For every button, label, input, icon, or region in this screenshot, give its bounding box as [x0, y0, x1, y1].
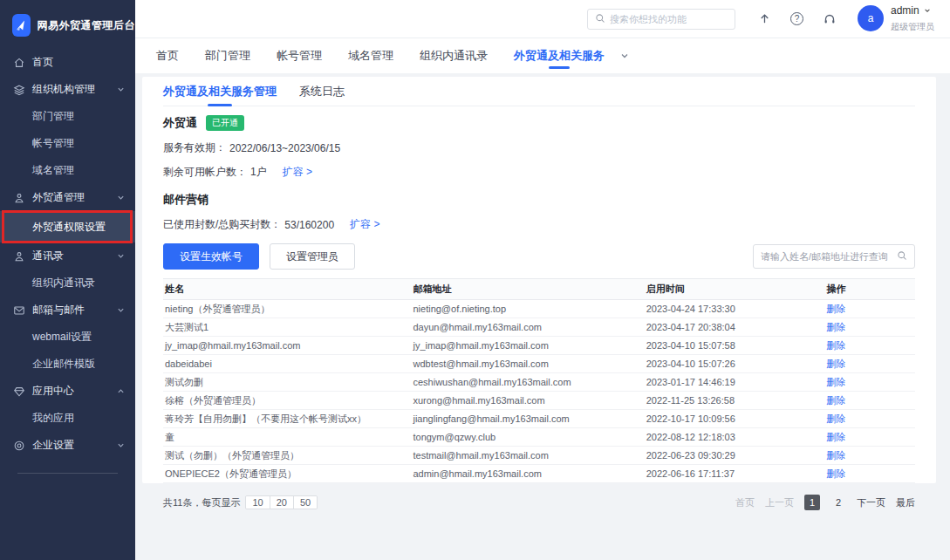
table-search-input[interactable]	[761, 251, 892, 262]
sidebar-item-my-apps[interactable]: 我的应用	[0, 405, 135, 432]
tab-org-contacts[interactable]: 组织内通讯录	[420, 38, 488, 73]
page-size-20[interactable]: 20	[270, 496, 294, 509]
sidebar-item-waimaotong-permission[interactable]: 外贸通权限设置	[0, 211, 135, 242]
cell-email: tongym@qzwy.club	[411, 428, 644, 447]
sidebar-item-label: 邮箱与邮件	[32, 303, 85, 318]
cell-email: xurong@hmail.my163mail.com	[411, 392, 644, 410]
upgrade-arrow-icon[interactable]	[758, 12, 771, 25]
expand-quota-link[interactable]: 扩容 >	[350, 217, 379, 232]
delete-link[interactable]: 删除	[827, 377, 846, 387]
cell-email: dayun@hmail.my163mail.com	[411, 318, 644, 337]
home-icon	[12, 56, 25, 69]
tabs-more-chevron-icon[interactable]	[620, 51, 629, 60]
cell-email: wdbtest@hmail.my163mail.com	[411, 355, 644, 373]
delete-link[interactable]: 删除	[827, 413, 846, 424]
sidebar-item-label: 应用中心	[32, 384, 74, 399]
gem-icon	[12, 385, 25, 398]
delete-link[interactable]: 删除	[827, 395, 846, 406]
prev-page-button[interactable]: 上一页	[765, 496, 794, 509]
sidebar-item-label: 企业邮件模版	[32, 357, 95, 372]
sidebar-item-department[interactable]: 部门管理	[0, 103, 135, 130]
delete-link[interactable]: 删除	[827, 468, 846, 479]
table-row: dabeidabei wdbtest@hmail.my163mail.com 2…	[163, 355, 915, 373]
tab-account[interactable]: 帐号管理	[277, 38, 322, 73]
page-2-button[interactable]: 2	[830, 497, 846, 508]
sidebar-item-app-center[interactable]: 应用中心	[0, 378, 135, 405]
page-1-button[interactable]: 1	[804, 495, 820, 510]
sidebar-item-org-management[interactable]: 组织机构管理	[0, 76, 135, 103]
headset-icon[interactable]	[823, 12, 837, 26]
sidebar-item-label: webmail设置	[32, 330, 92, 345]
sidebar-item-contacts[interactable]: 通讯录	[0, 242, 135, 270]
page-size-10[interactable]: 10	[246, 496, 270, 509]
pagination-summary: 共11条，每页显示	[163, 496, 240, 509]
col-header-op: 操作	[825, 279, 915, 300]
col-header-time: 启用时间	[645, 279, 825, 300]
col-header-email: 邮箱地址	[411, 279, 644, 300]
table-row: ONEPIECE2（外贸通管理员） admin@hmail.my163mail.…	[163, 465, 915, 483]
first-page-button[interactable]: 首页	[735, 496, 755, 509]
tab-department[interactable]: 部门管理	[205, 38, 250, 73]
cell-email: ceshiwushan@hmail.my163mail.com	[411, 373, 644, 392]
set-admin-button[interactable]: 设置管理员	[270, 243, 355, 270]
delete-link[interactable]: 删除	[827, 450, 846, 461]
delete-link[interactable]: 删除	[827, 304, 846, 314]
cell-time: 2023-04-10 15:07:26	[645, 355, 825, 373]
sidebar-item-enterprise-settings[interactable]: 企业设置	[0, 432, 135, 459]
user-meta: admin 超级管理员	[891, 4, 934, 34]
service-info: 外贸通 已开通 服务有效期： 2022/06/13~2023/06/15 剩余可…	[163, 106, 915, 232]
global-search-input[interactable]	[610, 14, 728, 24]
sidebar-item-label: 部门管理	[32, 109, 74, 124]
table-search[interactable]	[753, 244, 915, 269]
usage-label: 已使用封数/总购买封数：	[163, 217, 281, 232]
table-row: 测试勿删 ceshiwushan@hmail.my163mail.com 202…	[163, 373, 915, 392]
chevron-down-icon	[117, 306, 125, 314]
sidebar-item-mail-template[interactable]: 企业邮件模版	[0, 351, 135, 378]
cell-time: 2022-10-17 10:09:56	[645, 410, 825, 428]
sidebar-item-mailbox[interactable]: 邮箱与邮件	[0, 297, 135, 324]
last-page-button[interactable]: 最后	[896, 496, 915, 509]
subtab-service-management[interactable]: 外贸通及相关服务管理	[163, 77, 277, 106]
delete-link[interactable]: 删除	[827, 359, 846, 369]
sidebar-item-waimaotong-management[interactable]: 外贸通管理	[0, 184, 135, 211]
help-icon[interactable]: ?	[790, 12, 803, 25]
table-row: 测试（勿删）（外贸通管理员） testmail@hmail.my163mail.…	[163, 447, 915, 465]
table-row: jy_imap@hmail.my163mail.com jy_imap@hmai…	[163, 337, 915, 355]
pagination: 共11条，每页显示 10 20 50 首页 上一页 1 2 下一页 最后	[163, 495, 915, 510]
cell-email: nieting@of.nieting.top	[411, 300, 644, 318]
tab-domain[interactable]: 域名管理	[348, 38, 393, 73]
cell-name: jy_imap@hmail.my163mail.com	[163, 337, 411, 355]
status-badge: 已开通	[206, 115, 244, 131]
delete-link[interactable]: 删除	[827, 340, 846, 351]
table-row: 童 tongym@qzwy.club 2022-08-12 12:18:03 删…	[163, 428, 915, 447]
user-menu[interactable]: a admin 超级管理员	[858, 4, 934, 34]
sidebar-item-domain[interactable]: 域名管理	[0, 157, 135, 184]
cell-name: 童	[163, 428, 411, 447]
sidebar-item-org-contacts[interactable]: 组织内通讯录	[0, 270, 135, 297]
expand-capacity-link[interactable]: 扩容 >	[283, 165, 312, 180]
cell-name: 大芸测试1	[163, 318, 411, 337]
avatar: a	[858, 5, 884, 31]
tab-home[interactable]: 首页	[156, 38, 179, 73]
next-page-button[interactable]: 下一页	[857, 496, 885, 509]
global-search[interactable]	[587, 9, 735, 30]
cell-name: 测试（勿删）（外贸通管理员）	[163, 447, 411, 465]
delete-link[interactable]: 删除	[827, 322, 846, 332]
sidebar-item-account[interactable]: 帐号管理	[0, 130, 135, 157]
user-role: 超级管理员	[891, 22, 934, 31]
sidebar-item-label: 我的应用	[32, 411, 74, 426]
tab-waimaotong-services[interactable]: 外贸通及相关服务	[514, 38, 605, 73]
sidebar-item-home[interactable]: 首页	[0, 49, 135, 76]
set-active-account-button[interactable]: 设置生效帐号	[163, 243, 259, 270]
page-size-50[interactable]: 50	[294, 496, 317, 509]
cell-name: 测试勿删	[163, 373, 411, 392]
cell-email: testmail@hmail.my163mail.com	[411, 447, 644, 465]
settings-ring-icon	[12, 439, 25, 452]
subtab-system-log[interactable]: 系统日志	[299, 77, 345, 106]
mail-icon	[12, 304, 25, 317]
table-row: 蒋玲芳【自用勿删】（不要用这个帐号测试xx） jianglingfang@hma…	[163, 410, 915, 428]
delete-link[interactable]: 删除	[827, 432, 846, 442]
sidebar-item-webmail-settings[interactable]: webmail设置	[0, 324, 135, 351]
table-row: 徐榕（外贸通管理员） xurong@hmail.my163mail.com 20…	[163, 392, 915, 410]
chevron-down-icon	[117, 441, 125, 449]
